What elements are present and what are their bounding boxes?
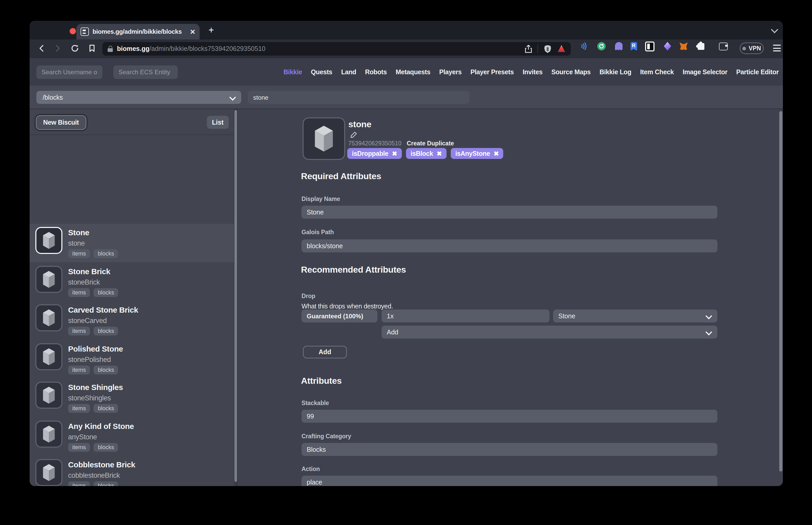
biscuit-item-icon-tile <box>35 266 62 293</box>
drop-add-select[interactable]: Add <box>381 326 717 339</box>
site-favicon-icon <box>81 28 89 36</box>
nav-item-invites[interactable]: Invites <box>523 68 542 76</box>
nav-item-image-selector[interactable]: Image Selector <box>683 68 727 76</box>
biscuit-list-item[interactable]: Carved Stone Brick stoneCarved itemsbloc… <box>30 301 234 340</box>
badge-list: isDroppable✖isBlock✖isAnyStone✖ <box>347 148 504 159</box>
nav-item-metaquests[interactable]: Metaquests <box>396 68 431 76</box>
nav-item-source-maps[interactable]: Source Maps <box>551 68 591 76</box>
back-button[interactable] <box>37 44 46 53</box>
ghost-extension-icon[interactable] <box>614 42 623 51</box>
forward-button[interactable] <box>53 44 62 53</box>
action-input[interactable] <box>302 476 717 486</box>
display-name-input[interactable] <box>302 206 717 219</box>
remove-badge-icon[interactable]: ✖ <box>494 150 499 157</box>
browser-tab[interactable]: biomes.gg/admin/bikkie/blocks ✕ <box>76 24 200 40</box>
wallet-extension-icon[interactable] <box>719 42 728 51</box>
nav-item-item-check[interactable]: Item Check <box>640 68 674 76</box>
brave-rewards-icon[interactable] <box>557 45 566 53</box>
drop-quantity-input[interactable] <box>381 310 550 322</box>
reload-button[interactable] <box>70 44 79 53</box>
new-tab-button[interactable]: + <box>208 25 214 36</box>
biscuit-list-item[interactable]: Any Kind of Stone anyStone itemsblocks <box>30 418 234 456</box>
biscuit-list-item[interactable]: Polished Stone stonePolished itemsblocks <box>30 340 234 378</box>
cube-icon <box>41 385 57 405</box>
menu-icon[interactable] <box>773 45 781 51</box>
biscuit-item-id: cobblestoneBrick <box>68 471 120 479</box>
cube-icon <box>41 424 57 444</box>
biscuit-list-item[interactable]: Cobblestone Brick cobblestoneBrick items… <box>30 456 234 486</box>
biscuit-list-item[interactable]: Stone stone itemsblocks <box>30 224 234 262</box>
badge-isDroppable[interactable]: isDroppable✖ <box>347 148 402 159</box>
tag-items: items <box>68 249 90 258</box>
biscuit-list-item[interactable]: Stone Brick stoneBrick itemsblocks <box>30 263 234 301</box>
galois-path-input[interactable] <box>302 239 717 252</box>
create-duplicate-button[interactable]: Create Duplicate <box>407 140 454 147</box>
sidebar-scrollbar-thumb[interactable] <box>234 110 237 482</box>
stackable-label: Stackable <box>302 400 329 406</box>
biscuit-item-id: stoneShingles <box>68 394 111 402</box>
path-select[interactable]: /blocks <box>37 91 241 104</box>
main-scrollbar-thumb[interactable] <box>779 111 782 471</box>
biscuit-search-input[interactable] <box>248 91 469 104</box>
gradient-diamond-extension-icon[interactable] <box>663 42 672 51</box>
nav-item-bikkie[interactable]: Bikkie <box>284 68 302 76</box>
nav-item-land[interactable]: Land <box>341 68 356 76</box>
add-drop-button[interactable]: Add <box>303 346 347 358</box>
biscuit-item-id: stone <box>68 239 85 247</box>
biscuit-item-id: stoneCarved <box>68 317 107 325</box>
stackable-input[interactable] <box>302 410 717 423</box>
badge-isBlock[interactable]: isBlock✖ <box>406 148 447 159</box>
crafting-category-input[interactable] <box>302 443 717 456</box>
biscuit-item-icon-tile <box>35 227 62 254</box>
sync-extension-icon[interactable] <box>597 42 606 51</box>
biscuit-item-tags: itemsblocks <box>68 443 118 452</box>
close-window-button[interactable] <box>70 28 76 34</box>
bookmark-button[interactable] <box>87 44 97 53</box>
nav-item-particle-editor[interactable]: Particle Editor <box>736 68 779 76</box>
toolbar-divider <box>537 45 538 53</box>
search-username-input[interactable] <box>37 65 102 79</box>
list-button[interactable]: List <box>207 116 229 129</box>
remove-badge-icon[interactable]: ✖ <box>392 150 397 157</box>
biscuit-item-tags: itemsblocks <box>68 249 118 258</box>
nav-item-quests[interactable]: Quests <box>311 68 332 76</box>
biscuit-item-icon-tile <box>35 382 62 409</box>
tag-items: items <box>68 481 90 486</box>
shield-r-extension-icon[interactable]: R <box>629 42 638 51</box>
badge-isAnyStone[interactable]: isAnyStone✖ <box>451 148 504 159</box>
tab-close-icon[interactable]: ✕ <box>190 28 195 35</box>
nav-item-players[interactable]: Players <box>439 68 462 76</box>
cube-icon <box>41 463 57 482</box>
drop-label: Drop <box>302 293 315 299</box>
top-nav: BikkieQuestsLandRobotsMetaquestsPlayersP… <box>284 58 779 86</box>
new-biscuit-button[interactable]: New Biscuit <box>36 115 86 130</box>
cube-icon <box>41 347 57 366</box>
search-ecs-input[interactable] <box>113 65 178 79</box>
biscuit-item-tags: itemsblocks <box>68 404 118 413</box>
site-header: BikkieQuestsLandRobotsMetaquestsPlayersP… <box>30 58 783 86</box>
sidebar: New Biscuit List Stone stone itemsblocks… <box>30 109 234 486</box>
biscuit-item-tags: itemsblocks <box>68 481 118 486</box>
biscuit-item-title: Carved Stone Brick <box>68 305 138 314</box>
tag-items: items <box>68 288 90 297</box>
biscuit-item-icon-tile <box>35 421 62 448</box>
nav-item-player-presets[interactable]: Player Presets <box>470 68 514 76</box>
audio-waves-extension-icon[interactable] <box>580 42 589 51</box>
cube-icon <box>41 308 57 328</box>
vpn-button[interactable]: VPN <box>740 43 764 54</box>
reader-mode-extension-icon[interactable] <box>645 42 654 51</box>
biscuit-list-item[interactable]: Stone Shingles stoneShingles itemsblocks <box>30 378 234 417</box>
drop-item-select[interactable]: Stone <box>553 310 717 322</box>
share-icon[interactable] <box>524 45 532 53</box>
url-bar[interactable]: biomes.gg/admin/bikkie/blocks75394206293… <box>102 42 571 56</box>
badge-label: isAnyStone <box>455 150 490 157</box>
drop-probability-chip[interactable]: Guaranteed (100%) <box>302 310 377 322</box>
edit-pencil-icon[interactable] <box>350 131 358 139</box>
metamask-fox-extension-icon[interactable] <box>679 42 688 51</box>
nav-item-robots[interactable]: Robots <box>365 68 387 76</box>
puzzle-extension-icon[interactable] <box>696 42 706 51</box>
remove-badge-icon[interactable]: ✖ <box>437 150 442 157</box>
nav-item-bikkie-log[interactable]: Bikkie Log <box>599 68 631 76</box>
biscuit-icon-tile <box>303 117 345 160</box>
brave-shields-icon[interactable] <box>543 44 552 53</box>
